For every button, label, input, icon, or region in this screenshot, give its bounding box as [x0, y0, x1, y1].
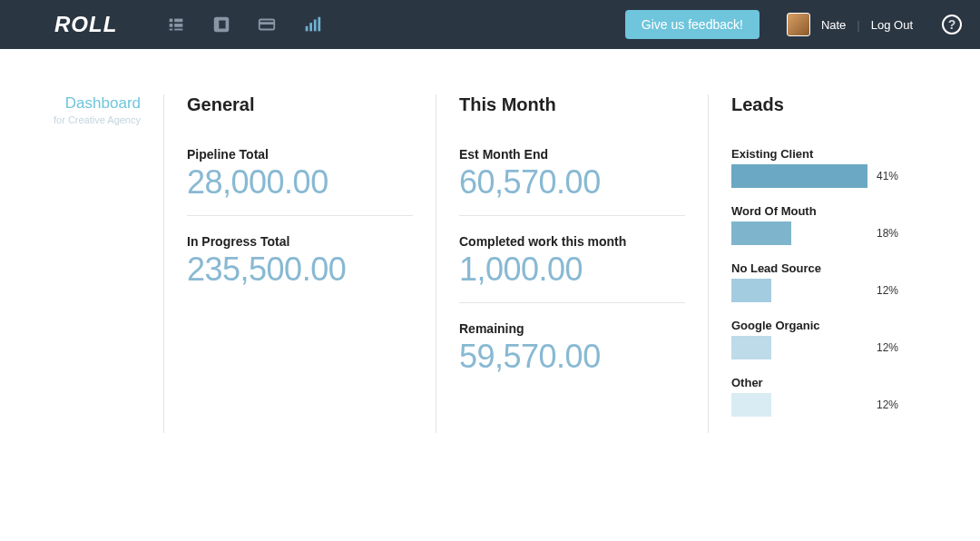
svg-rect-2	[170, 24, 173, 27]
col-month: This Month Est Month End 60,570.00 Compl…	[436, 94, 708, 433]
lead-pct: 12%	[877, 341, 898, 354]
inprogress-label: In Progress Total	[187, 234, 413, 249]
metric-completed: Completed work this month 1,000.00	[459, 234, 685, 289]
lead-item: Other 12%	[731, 376, 921, 417]
lead-bar-row: 12%	[731, 279, 921, 302]
card-icon[interactable]	[244, 0, 289, 49]
lead-bar-track	[731, 221, 867, 245]
svg-rect-3	[174, 24, 182, 27]
svg-rect-4	[170, 29, 173, 31]
col-leads: Leads Existing Client 41% Word Of Mouth …	[708, 94, 944, 433]
metric-est: Est Month End 60,570.00	[459, 147, 685, 202]
general-heading: General	[187, 94, 413, 115]
lead-bar-track	[731, 393, 867, 417]
completed-label: Completed work this month	[459, 234, 685, 249]
svg-rect-10	[314, 20, 317, 32]
sidebar-title[interactable]: Dashboard	[0, 94, 141, 113]
lead-item: Google Organic 12%	[731, 319, 921, 359]
svg-rect-7	[260, 22, 275, 25]
lead-item: Word Of Mouth 18%	[731, 204, 921, 245]
lead-bar-track	[731, 164, 867, 188]
help-icon[interactable]: ?	[942, 15, 962, 34]
feedback-button[interactable]: Give us feedback!	[625, 10, 760, 39]
remaining-value: 59,570.00	[459, 338, 685, 376]
user-name-link[interactable]: Nate	[821, 18, 846, 32]
lead-label: Other	[731, 376, 921, 389]
leads-heading: Leads	[731, 94, 921, 115]
divider	[187, 215, 413, 216]
svg-rect-0	[170, 19, 173, 23]
lead-bar-row: 12%	[731, 336, 921, 359]
columns: General Pipeline Total 28,000.00 In Prog…	[163, 94, 980, 433]
main: Dashboard for Creative Agency General Pi…	[0, 49, 980, 433]
lead-label: Existing Client	[731, 147, 921, 161]
lead-pct: 41%	[877, 170, 898, 182]
lead-bar-row: 18%	[731, 221, 921, 245]
divider	[459, 302, 685, 303]
lead-pct: 18%	[877, 227, 898, 240]
lead-label: Word Of Mouth	[731, 204, 921, 218]
metric-pipeline: Pipeline Total 28,000.00	[187, 147, 413, 202]
svg-rect-5	[174, 29, 182, 31]
chart-icon[interactable]	[289, 0, 335, 49]
remaining-label: Remaining	[459, 321, 685, 336]
lead-bar-track	[731, 279, 867, 302]
lead-bar	[731, 393, 771, 417]
lead-pct: 12%	[877, 284, 898, 297]
logout-link[interactable]: Log Out	[871, 18, 913, 32]
sep: |	[857, 18, 859, 32]
divider	[459, 215, 685, 216]
month-heading: This Month	[459, 94, 685, 115]
nav-icons	[153, 0, 335, 49]
svg-rect-1	[174, 19, 182, 23]
lead-item: Existing Client 41%	[731, 147, 921, 188]
lead-label: No Lead Source	[731, 261, 921, 275]
lead-pct: 12%	[877, 398, 898, 411]
sidebar-subtitle: for Creative Agency	[0, 114, 141, 125]
col-general: General Pipeline Total 28,000.00 In Prog…	[163, 94, 436, 433]
topbar: ROLL Give us feedback! Nate | Log Out ?	[0, 0, 980, 49]
lead-bar	[731, 164, 867, 188]
lead-bar	[731, 336, 771, 359]
sidebar: Dashboard for Creative Agency	[0, 94, 163, 433]
svg-rect-11	[318, 17, 321, 32]
book-icon[interactable]	[199, 0, 244, 49]
avatar[interactable]	[787, 13, 810, 36]
svg-rect-8	[306, 26, 309, 32]
pipeline-value: 28,000.00	[187, 163, 413, 202]
lead-bar	[731, 221, 791, 245]
metric-inprogress: In Progress Total 235,500.00	[187, 234, 413, 289]
inprogress-value: 235,500.00	[187, 251, 413, 289]
lead-bar-track	[731, 336, 867, 359]
lead-item: No Lead Source 12%	[731, 261, 921, 302]
lead-bar	[731, 279, 771, 302]
completed-value: 1,000.00	[459, 251, 685, 289]
lead-bar-row: 41%	[731, 164, 921, 188]
list-icon[interactable]	[153, 0, 199, 49]
user-area: Nate | Log Out ?	[787, 13, 962, 36]
lead-bar-row: 12%	[731, 393, 921, 417]
lead-label: Google Organic	[731, 319, 921, 332]
svg-rect-9	[310, 23, 313, 31]
metric-remaining: Remaining 59,570.00	[459, 321, 685, 376]
pipeline-label: Pipeline Total	[187, 147, 413, 162]
leads-list: Existing Client 41% Word Of Mouth 18% No…	[731, 147, 921, 417]
logo[interactable]: ROLL	[54, 12, 117, 37]
est-value: 60,570.00	[459, 163, 685, 202]
est-label: Est Month End	[459, 147, 685, 162]
